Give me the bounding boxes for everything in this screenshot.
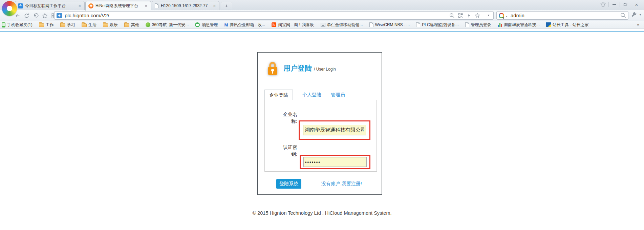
bookmark-item[interactable]: 湖南华辰智通科技... (498, 22, 540, 28)
lock-icon (266, 60, 279, 76)
login-title-zh: 用户登陆 (283, 63, 312, 73)
url-text[interactable]: plc.hignton.com/V2/ (65, 13, 447, 18)
folder-icon (103, 23, 108, 27)
back-icon[interactable] (14, 13, 20, 19)
bookmark-label: 手机收藏夹(1) (7, 22, 33, 28)
tab-title: H120-1509-1617-2932-77 (161, 3, 210, 8)
tab-h120[interactable]: H120-1509-1617-2932-77 × (152, 1, 219, 10)
search-engine-icon[interactable] (499, 13, 504, 18)
url-dropdown-icon[interactable]: ▼ (486, 14, 491, 17)
qr-code-icon[interactable] (458, 13, 463, 18)
favorite-star-icon[interactable] (42, 13, 48, 19)
bookmarks-overflow-icon[interactable]: » (637, 22, 639, 27)
bookmark-label: 腾讯企业邮箱 - 收... (230, 22, 265, 28)
folder-icon (124, 23, 129, 27)
search-box[interactable]: ▼ admin (496, 11, 628, 20)
login-panel: 用户登陆 / User Login 企业登陆 个人登陆 管理员 企业名称: 认证… (257, 52, 382, 195)
chinaz-icon (546, 22, 551, 27)
minimize-icon[interactable] (609, 1, 620, 8)
restore-window-icon[interactable] (620, 1, 631, 8)
bookmark-item[interactable]: WiseCRM NBS - ... (369, 22, 410, 27)
search-engine-caret-icon[interactable]: ▼ (506, 15, 508, 18)
address-bar[interactable]: + plc.hignton.com/V2/ ▼ (54, 11, 494, 20)
page-icon (416, 22, 420, 27)
login-tabs: 企业登陆 个人登陆 管理员 (264, 90, 345, 100)
bookmark-item[interactable]: 管理员登录 (465, 22, 491, 28)
tab-close-icon[interactable]: × (144, 3, 148, 8)
message-icon (195, 22, 200, 27)
skin-tshirt-icon[interactable] (598, 1, 608, 8)
bookmark-label: 湖南华辰智通科技... (504, 22, 540, 28)
lightning-icon[interactable] (467, 13, 471, 18)
search-input[interactable]: admin (509, 13, 619, 18)
360-nav-icon (146, 22, 150, 27)
photo-icon (321, 23, 325, 27)
bookmark-item[interactable]: 其他 (124, 22, 139, 28)
tencent-mail-icon: M (224, 22, 228, 27)
bookmark-item[interactable]: 生活 (82, 22, 96, 28)
tab-personal-login[interactable]: 个人登陆 (302, 90, 321, 100)
bookmark-item[interactable]: 单仁合强移动营销... (321, 22, 363, 28)
bookmark-item[interactable]: 学习 (60, 22, 75, 28)
window-controls: × (598, 1, 642, 8)
bookmark-star-icon[interactable] (475, 13, 480, 18)
bookmark-item[interactable]: 360导航_新一代安... (146, 22, 189, 28)
new-tab-button[interactable]: + (221, 2, 232, 9)
browser-logo-icon[interactable] (2, 1, 17, 16)
bookmark-item[interactable]: M腾讯企业邮箱 - 收... (224, 22, 265, 28)
annotation-red-box (299, 120, 370, 140)
page-top-divider (0, 31, 644, 32)
close-window-icon[interactable]: × (631, 1, 642, 8)
bookmark-item[interactable]: 娱乐 (103, 22, 118, 28)
login-title: 用户登陆 / User Login (283, 63, 336, 73)
login-title-en: / User Login (314, 67, 336, 72)
zoom-out-icon[interactable] (449, 13, 455, 18)
register-link[interactable]: 没有账户,我要注册! (321, 181, 362, 187)
jinmubiao-favicon: 今 (18, 3, 23, 8)
auth-key-label: 认证密钥: (280, 144, 297, 157)
page-icon (465, 22, 469, 27)
auth-key-input[interactable] (303, 157, 367, 167)
bookmark-item[interactable]: 工作 (39, 22, 54, 28)
tab-bar: 今 今目标互联网工作平台 × HiNet网络系统管理平台 × H120-1509… (0, 0, 644, 10)
bookmark-label: 娱乐 (110, 22, 118, 28)
page-content: 用户登陆 / User Login 企业登陆 个人登陆 管理员 企业名称: 认证… (0, 29, 644, 230)
footer-copyright: © 2015 Hignton Technology Ltd . HiCloud … (0, 210, 644, 216)
bookmark-label: 360导航_新一代安... (152, 22, 189, 28)
undo-icon[interactable] (33, 13, 39, 19)
bookmark-item[interactable]: 消息管理 (195, 22, 218, 28)
bookmark-item[interactable]: PLC远程监控|设备... (416, 22, 458, 28)
bookmark-item[interactable]: 手机收藏夹(1) (2, 22, 33, 28)
bookmark-label: 淘宝网 - 淘！我喜欢 (278, 22, 314, 28)
annotation-red-box (300, 155, 370, 169)
company-name-label: 企业名称: (280, 111, 297, 124)
folder-icon (60, 23, 65, 27)
refresh-icon[interactable] (23, 13, 29, 19)
bookmark-label: PLC远程监控|设备... (422, 22, 458, 28)
tab-enterprise-login[interactable]: 企业登陆 (264, 90, 293, 100)
tab-close-icon[interactable]: × (78, 3, 82, 8)
navigation-bar: + plc.hignton.com/V2/ ▼ ▼ (0, 10, 644, 21)
bookmark-label: 生活 (88, 22, 96, 28)
tab-jinmubiao[interactable]: 今 今目标互联网工作平台 × (15, 1, 85, 10)
login-button[interactable]: 登陆系统 (276, 179, 301, 189)
bookmark-label: 其他 (131, 22, 139, 28)
tools-caret-icon[interactable]: ▼ (638, 13, 643, 16)
site-shield-icon[interactable]: + (57, 13, 62, 18)
bar-chart-icon (498, 23, 502, 27)
login-form-panel: 企业名称: 认证密钥: (264, 100, 377, 172)
bookmark-item[interactable]: 站长工具 - 站长之家 (546, 22, 589, 28)
tab-hinet-active[interactable]: HiNet网络系统管理平台 × (85, 1, 151, 11)
tab-close-icon[interactable]: × (212, 3, 216, 8)
page-favicon (155, 3, 159, 8)
bookmark-label: 消息管理 (201, 22, 218, 28)
bookmark-label: 单仁合强移动营销... (327, 22, 363, 28)
search-magnifier-icon[interactable] (620, 13, 626, 18)
company-name-input[interactable] (303, 125, 366, 135)
tools-wrench-icon[interactable]: ▼ (631, 12, 643, 18)
browser-window: 今 今目标互联网工作平台 × HiNet网络系统管理平台 × H120-1509… (0, 0, 644, 230)
bookmark-item[interactable]: 淘淘宝网 - 淘！我喜欢 (272, 22, 314, 28)
bookmark-label: 管理员登录 (471, 22, 491, 28)
tab-administrator[interactable]: 管理员 (331, 90, 345, 100)
taobao-icon: 淘 (272, 22, 276, 27)
